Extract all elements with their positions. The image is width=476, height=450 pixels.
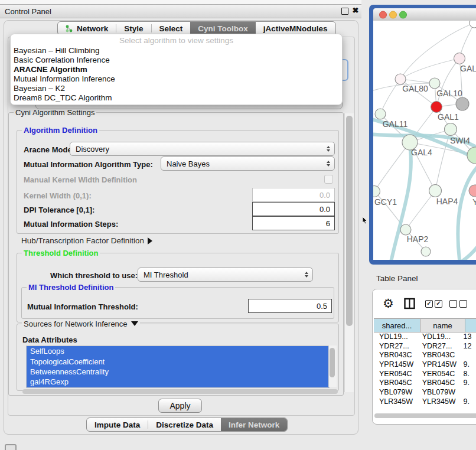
network-icon	[66, 25, 73, 32]
mouse-cursor	[362, 217, 369, 225]
attribute-item-betweennesscentrality[interactable]: BetweennessCentrality	[27, 367, 329, 377]
checked-pair-icon[interactable]: ✓✓	[425, 300, 442, 308]
tab-impute-data[interactable]: Impute Data	[87, 418, 148, 431]
column-header-shared-[interactable]: shared...	[374, 319, 420, 332]
algorithm-option-dream8-dc-tdc-algorithm[interactable]: Dream8 DC_TDC Algorithm	[11, 93, 342, 103]
column-header-name[interactable]: name	[420, 319, 465, 332]
mi-steps-label: Mutual Information Steps:	[24, 220, 118, 229]
table-cell: YIL052C	[417, 406, 458, 407]
cyni-bottom-tabbar: Impute DataDiscretize DataInfer Network	[86, 418, 288, 432]
network-window-titlebar[interactable]	[373, 8, 476, 21]
network-node-y[interactable]	[469, 185, 476, 197]
table-row[interactable]: YER054CYER054C8.	[374, 369, 476, 379]
sources-legend[interactable]: Sources for Network Inference	[22, 319, 140, 328]
unchecked-pair-icon[interactable]	[449, 300, 467, 308]
tab-label: Style	[124, 24, 143, 33]
float-window-icon[interactable]	[341, 8, 348, 15]
mi-type-combo[interactable]: Naive Bayes	[161, 156, 335, 171]
tab-select[interactable]: Select	[152, 22, 191, 35]
mi-threshold-field[interactable]: 0.5	[248, 299, 332, 313]
panel-title: Control Panel	[5, 7, 51, 16]
sources-hscrollbar[interactable]	[22, 389, 338, 394]
settings-scrollbar[interactable]	[344, 113, 354, 392]
network-node-gal80[interactable]	[395, 74, 406, 84]
network-canvas[interactable]: GALGAL80GAL10GAL1GAL11SWI4GAL4GCY1HAP4YH…	[373, 21, 476, 260]
network-view-window: GALGAL80GAL10GAL1GAL11SWI4GAL4GCY1HAP4YH…	[369, 5, 476, 265]
table-toolbar: ⚙ ✓✓	[373, 289, 476, 318]
mi-type-label: Mutual Information Algorithm Type:	[24, 160, 153, 169]
table-row[interactable]: YDL19...YDL19...13	[374, 332, 476, 341]
clipped-corner-button[interactable]	[5, 444, 17, 450]
mi-threshold-value: 0.5	[317, 302, 327, 311]
network-node-hap4[interactable]	[429, 185, 442, 197]
algorithm-option-bayesian-k2[interactable]: Bayesian – K2	[11, 84, 342, 93]
attribute-item-topologicalcoefficient[interactable]: TopologicalCoefficient	[27, 356, 329, 366]
tab-network[interactable]: Network	[58, 22, 116, 35]
network-node-label: GAL80	[402, 84, 428, 93]
mi-steps-value: 6	[326, 219, 330, 228]
table-cell: YIL052C	[374, 406, 417, 407]
which-threshold-label: Which threshold to use:	[50, 271, 138, 280]
close-icon[interactable]: ✖	[351, 6, 360, 15]
table-cell: 9.	[458, 397, 476, 406]
table-cell: YDL19...	[417, 332, 458, 341]
table-row[interactable]: YBL079WYBL079W	[374, 387, 476, 397]
minimize-traffic-light-icon[interactable]	[389, 11, 397, 18]
network-node[interactable]	[456, 97, 469, 110]
zoom-traffic-light-icon[interactable]	[399, 11, 407, 18]
network-node-swi4[interactable]	[467, 147, 476, 164]
dpi-tolerance-label: DPI Tolerance [0,1]:	[24, 206, 94, 214]
hub-definition-label: Hub/Transcription Factor Definition	[21, 236, 144, 245]
tab-label: Discretize Data	[156, 420, 213, 429]
algorithm-option-mutual-information-inference[interactable]: Mutual Information Inference	[11, 74, 342, 84]
sources-legend-text: Sources for Network Inference	[24, 319, 128, 328]
tab-style[interactable]: Style	[116, 22, 151, 35]
tab-infer-network[interactable]: Infer Network	[221, 418, 287, 431]
network-node-gal10[interactable]	[429, 78, 440, 89]
algorithm-option-basic-correlation-inference[interactable]: Basic Correlation Inference	[11, 56, 342, 65]
table-row[interactable]: YLR345WYLR345W9.	[374, 397, 476, 406]
attributes-scrollbar-thumb[interactable]	[330, 348, 335, 377]
tab-cyni-toolbox[interactable]: Cyni Toolbox	[190, 22, 256, 35]
network-node[interactable]	[421, 247, 431, 256]
apply-button[interactable]: Apply	[158, 399, 202, 413]
threshold-definition-legend: Threshold Definition	[22, 249, 100, 257]
table-cell: 9	[458, 406, 476, 407]
network-edge	[406, 191, 435, 230]
table-row[interactable]: YPR145WYPR145W9.	[374, 360, 476, 369]
tab-discretize-data[interactable]: Discretize Data	[148, 418, 221, 431]
network-node-hap2[interactable]	[400, 224, 411, 235]
split-columns-icon[interactable]	[404, 298, 415, 309]
dpi-tolerance-field[interactable]: 0.0	[252, 202, 335, 216]
algorithm-dropdown: Select algorithm to view settings Bayesi…	[10, 34, 343, 105]
which-threshold-combo[interactable]: MI Threshold	[138, 268, 313, 282]
gear-icon[interactable]: ⚙	[383, 296, 394, 311]
table-row[interactable]: YIL052CYIL052C9	[374, 406, 476, 407]
mi-steps-field[interactable]: 6	[252, 216, 335, 230]
tab-label: Network	[77, 24, 108, 33]
kernel-width-value: 0.0	[319, 191, 330, 200]
network-node-gal11[interactable]	[375, 109, 386, 119]
close-traffic-light-icon[interactable]	[379, 11, 387, 18]
network-node-gal[interactable]	[454, 53, 465, 64]
attribute-item-selfloops[interactable]: SelfLoops	[27, 346, 329, 356]
table-row[interactable]: YDR27...YDR27...12	[374, 341, 476, 351]
attributes-scrollbar[interactable]	[328, 345, 337, 387]
tab-jactivemnodules[interactable]: jActiveMNodules	[256, 22, 335, 35]
table-cell: 8.	[458, 370, 476, 378]
attribute-item-gal4rgexp[interactable]: gal4RGexp	[27, 377, 329, 387]
network-node-gcy1[interactable]	[373, 186, 380, 197]
algorithm-option-bayesian-hill-climbing[interactable]: Bayesian – Hill Climbing	[11, 46, 342, 56]
network-node-gal1[interactable]	[431, 102, 442, 113]
network-node[interactable]	[470, 21, 476, 28]
hub-definition-expander[interactable]: Hub/Transcription Factor Definition	[21, 236, 152, 245]
column-header-a[interactable]: A	[465, 319, 476, 332]
table-hscrollbar[interactable]	[374, 413, 476, 418]
algorithm-option-aracne-algorithm[interactable]: ARACNE Algorithm	[11, 65, 342, 74]
settings-scrollbar-thumb[interactable]	[346, 116, 353, 326]
aracne-mode-combo[interactable]: Discovery	[70, 142, 335, 156]
network-node[interactable]	[445, 123, 457, 136]
table-row[interactable]: YBR043CYBR043C	[374, 350, 476, 360]
table-row[interactable]: YBR045CYBR045C9.	[374, 378, 476, 387]
mi-threshold-legend: MI Threshold Definition	[27, 283, 115, 292]
